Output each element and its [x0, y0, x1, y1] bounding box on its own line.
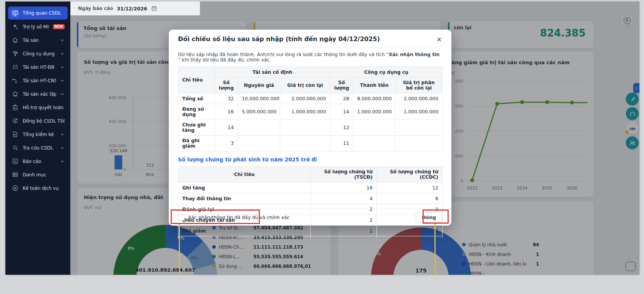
sidebar-item-label: Báo cáo	[23, 159, 56, 164]
chevron-down-icon	[60, 65, 65, 70]
table-row: Thay đổi thông tin 4 6	[178, 193, 443, 204]
road-icon	[11, 63, 19, 71]
new-badge: NEW	[53, 24, 65, 29]
annotation-guide-line	[434, 223, 436, 275]
sidebar-item[interactable]: Kế toán dịch vụ	[8, 182, 68, 194]
column-header: Số lượng	[330, 78, 353, 93]
column-header: Chỉ tiêu	[178, 67, 215, 93]
sidebar-item-label: Tra cứu CSDL	[23, 145, 56, 151]
sidebar-item[interactable]: Tài sản xác lập	[8, 88, 68, 100]
sidebar-item[interactable]: Tra cứu CSDL	[8, 141, 68, 154]
annotation-highlight-checkbox	[171, 209, 260, 224]
column-header: Giá trị còn lại	[280, 78, 330, 93]
sidebar-item-label: Tổng quan CSDL	[23, 10, 65, 16]
column-header: Số lượng chứng từ (TSCĐ)	[311, 167, 377, 183]
close-icon[interactable]: ✕	[434, 35, 444, 44]
doccheck-icon	[11, 131, 19, 138]
report-date-label: Ngày báo cáo	[78, 6, 113, 11]
reconciliation-modal: Đối chiếu số liệu sau sáp nhập (tính đến…	[169, 30, 451, 226]
sidebar-item[interactable]: Tổng quan CSDL	[8, 7, 68, 20]
sidebar-item[interactable]: Hỗ trợ quyết toán	[8, 101, 68, 114]
table-row: Chưa ghi tăng 14 12	[178, 120, 443, 136]
column-header: Giá trị phân bổ còn lại	[396, 78, 443, 93]
sidebar-item-label: Kế toán dịch vụ	[23, 186, 65, 191]
calendar-icon[interactable]	[151, 5, 157, 12]
service-icon	[11, 184, 19, 192]
chevron-down-icon	[60, 38, 65, 43]
sparkle-icon	[11, 23, 19, 31]
documents-count-table: Chỉ tiêu Số lượng chứng từ (TSCĐ) Số lượ…	[178, 166, 443, 238]
sidebar-item-label: Tổng kiểm kê	[23, 132, 56, 137]
annotation-guide-line	[179, 223, 180, 275]
sidebar-item-label: Tài sản xác lập	[23, 91, 56, 97]
sidebar-item-label: Tài sản	[23, 38, 56, 43]
asset-icon	[11, 90, 19, 98]
sidebar-item-label: Hỗ trợ quyết toán	[23, 105, 65, 110]
chevron-down-icon	[60, 78, 65, 83]
group-header: Công cụ dụng cụ	[330, 67, 443, 78]
annotation-highlight-close-button	[423, 209, 449, 224]
modal-title: Đối chiếu số liệu sau sáp nhập (tính đến…	[178, 30, 442, 47]
modal-description: Dữ liệu sáp nhập đã hoàn thành. Anh/chị …	[178, 47, 442, 66]
chevron-down-icon	[60, 132, 65, 137]
report-date-bar: Ngày báo cáo 31/12/2026	[70, 2, 200, 15]
column-header: Thành tiền	[353, 78, 396, 93]
table-row: Đang sử dụng 16 5.000.000.000 1.000.000.…	[178, 104, 443, 120]
table-row: Đã ghi giảm 3 11	[178, 136, 443, 151]
column-header: Nguyên giá	[238, 78, 280, 93]
table-row: Tổng số 32 10.000.000.000 2.000.000.000 …	[178, 93, 443, 104]
sync-icon	[11, 117, 19, 125]
sidebar-item[interactable]: Công cụ dụng cụ	[8, 47, 68, 60]
sidebar-item[interactable]: Đồng bộ CSDL TSC	[8, 115, 68, 127]
sidebar-item-label: Công cụ dụng cụ	[23, 51, 56, 56]
sidebar-item[interactable]: Tài sản	[8, 34, 68, 47]
chevron-down-icon	[60, 51, 65, 56]
sidebar-item[interactable]: Tài sản HT-CNS	[8, 74, 68, 87]
pipe-icon	[11, 77, 19, 85]
sidebar-item[interactable]: Trợ lý số MISA AVA NEW	[8, 20, 68, 33]
sidebar-collapse-button[interactable]	[626, 262, 636, 271]
report-date-value[interactable]: 31/12/2026	[117, 6, 147, 12]
sidebar-item-label: Tài sản HT-CNS	[23, 78, 56, 83]
chevron-down-icon	[60, 92, 65, 96]
sidebar-item-label: Đồng bộ CSDL TSC	[23, 118, 65, 124]
chevron-down-icon	[60, 146, 65, 150]
sidebar-item[interactable]: Tài sản HT-ĐB	[8, 61, 68, 73]
clipboard-icon	[11, 104, 19, 111]
chevron-down-icon	[60, 159, 65, 164]
screenshot-root: Tổng quan CSDL Trợ lý số MISA AVA NEW Tà…	[0, 0, 644, 294]
column-header: Số lượng	[215, 78, 238, 93]
sidebar-item[interactable]: Báo cáo	[8, 155, 68, 168]
list-icon	[11, 171, 19, 179]
column-header: Số lượng chứng từ (CCDC)	[377, 167, 443, 183]
group-header: Tài sản cố định	[215, 67, 330, 78]
assets-summary-table: Chỉ tiêu Tài sản cố định Công cụ dụng cụ…	[178, 66, 443, 151]
table-row: Ghi tăng 16 12	[178, 183, 443, 193]
app-window: Tổng quan CSDL Trợ lý số MISA AVA NEW Tà…	[5, 2, 639, 275]
sidebar-item-label: Trợ lý số MISA AVA	[23, 24, 49, 30]
sidebar-item[interactable]: Tổng kiểm kê	[8, 128, 68, 141]
sidebar-item-label: Danh mục	[23, 172, 65, 178]
tools-icon	[11, 50, 19, 58]
sidebar: Tổng quan CSDL Trợ lý số MISA AVA NEW Tà…	[5, 2, 70, 275]
documents-section-title: Số lượng chứng từ phát sinh từ năm 2025 …	[178, 151, 442, 166]
search-icon	[11, 144, 19, 152]
sidebar-item[interactable]: Danh mục	[8, 168, 68, 181]
table-row: Ghi giảm 2 1	[178, 226, 443, 236]
column-header: Chỉ tiêu	[178, 167, 311, 183]
sidebar-item-label: Tài sản HT-ĐB	[23, 65, 56, 70]
asset-icon	[11, 37, 19, 44]
report-icon	[11, 158, 19, 165]
dashboard-icon	[11, 9, 19, 17]
